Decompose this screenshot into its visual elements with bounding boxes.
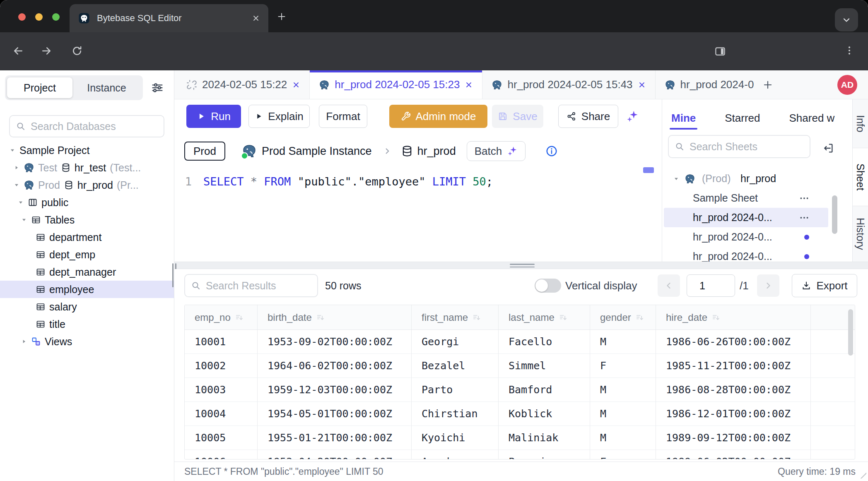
sidebar-tab-switcher: Project Instance	[5, 75, 143, 100]
postgresql-icon	[685, 173, 695, 184]
tree-item-table-title[interactable]: title	[0, 315, 174, 333]
sheet-tab-2-active[interactable]: hr_prod 2024-02-05 15:23	[310, 70, 482, 99]
sheet-item[interactable]: hr_prod 2024-0...	[662, 227, 852, 247]
close-tab-icon[interactable]	[252, 14, 260, 22]
sheet-tab-4[interactable]: hr_prod 2024-0	[656, 70, 754, 99]
tree-item-test-db[interactable]: Test hr_test (Test...	[0, 159, 174, 176]
back-icon[interactable]	[12, 45, 24, 57]
browser-menu-icon[interactable]	[844, 45, 855, 56]
sheet-tab-3[interactable]: hr_prod 2024-02-05 15:43	[482, 70, 655, 99]
tree-item-schema-public[interactable]: public	[0, 194, 174, 211]
cell: Anneke	[412, 450, 499, 459]
query-time: Query time: 19 ms	[778, 466, 856, 477]
tree-item-table-employee[interactable]: employee	[0, 281, 174, 298]
format-button[interactable]: Format	[319, 105, 367, 128]
resize-grip[interactable]	[856, 468, 866, 479]
sheet-item[interactable]: hr_prod 2024-0...	[662, 247, 852, 262]
save-button[interactable]: Save	[492, 105, 543, 128]
database-name[interactable]: hr_prod	[417, 145, 456, 158]
sheet-group-row[interactable]: (Prod) hr_prod	[662, 169, 852, 188]
tab-project[interactable]: Project	[7, 77, 72, 98]
maximize-window-button[interactable]	[52, 13, 60, 21]
sheet-item-selected[interactable]: hr_prod 2024-0...	[664, 208, 828, 227]
explain-button[interactable]: Explain	[248, 105, 310, 128]
row-count: 50 rows	[325, 269, 362, 302]
sheet-tab-label: 2024-02-05 15:22	[202, 78, 287, 91]
next-page-button[interactable]	[757, 274, 779, 297]
tree-label: Sample Project	[19, 144, 90, 156]
user-avatar[interactable]: AD	[837, 75, 857, 95]
minimize-window-button[interactable]	[35, 13, 43, 21]
column-header-emp_no[interactable]: emp_no	[185, 305, 258, 330]
tree-item-table-salary[interactable]: salary	[0, 298, 174, 315]
tree-item-prod-db[interactable]: Prod hr_prod (Pr...	[0, 176, 174, 194]
cell: 1955-01-21T00:00:00Z	[258, 426, 412, 450]
side-panel-icon[interactable]	[714, 45, 726, 58]
cell-empty	[811, 354, 855, 378]
collapse-panel-icon[interactable]	[822, 142, 834, 154]
table-icon	[36, 319, 46, 329]
sheet-search[interactable]	[668, 135, 810, 158]
search-icon	[675, 142, 685, 152]
results-search-input[interactable]	[205, 279, 311, 292]
tree-item-tables-group[interactable]: Tables	[0, 211, 174, 228]
tab-sheet[interactable]: Sheet	[853, 148, 868, 206]
column-header-hire_date[interactable]: hire_date	[656, 305, 811, 330]
tree-item-project[interactable]: Sample Project	[0, 142, 174, 159]
database-search[interactable]	[9, 115, 164, 137]
tab-info[interactable]: Info	[853, 99, 868, 148]
results-divider[interactable]	[174, 262, 868, 269]
info-icon[interactable]	[545, 145, 558, 157]
prev-page-button[interactable]	[658, 274, 680, 297]
tree-item-views-group[interactable]: Views	[0, 333, 174, 350]
wrench-icon	[401, 111, 411, 121]
tab-shared-with-me[interactable]: Shared w	[789, 112, 835, 125]
filter-settings-icon[interactable]	[151, 81, 164, 94]
column-header-gender[interactable]: gender	[590, 305, 656, 330]
column-header-birth_date[interactable]: birth_date	[258, 305, 412, 330]
new-tab-icon[interactable]	[277, 12, 287, 22]
vertical-display-label: Vertical display	[565, 269, 637, 302]
close-window-button[interactable]	[18, 13, 26, 21]
more-menu-icon[interactable]	[799, 193, 810, 204]
tree-item-table-dept_emp[interactable]: dept_emp	[0, 246, 174, 263]
column-header-last_name[interactable]: last_name	[499, 305, 590, 330]
tab-mine[interactable]: Mine	[671, 112, 696, 125]
tab-search-button[interactable]	[835, 8, 858, 31]
drag-handle[interactable]	[510, 264, 535, 267]
reload-icon[interactable]	[71, 45, 83, 57]
ai-sparkles-icon[interactable]	[626, 110, 639, 123]
sql-code-area[interactable]: 1 SELECT * FROM "public"."employee" LIMI…	[174, 170, 493, 193]
page-input[interactable]	[687, 274, 735, 297]
table-scrollbar[interactable]	[848, 309, 853, 356]
close-icon[interactable]	[638, 81, 646, 89]
more-menu-icon[interactable]	[799, 212, 810, 223]
tree-item-table-dept_manager[interactable]: dept_manager	[0, 263, 174, 281]
tree-label: employee	[49, 284, 94, 296]
database-search-input[interactable]	[30, 120, 158, 133]
column-header-first_name[interactable]: first_name	[412, 305, 499, 330]
forward-icon[interactable]	[41, 45, 52, 57]
vertical-display-toggle[interactable]	[535, 279, 561, 293]
results-search[interactable]	[184, 274, 318, 297]
new-sheet-icon[interactable]	[762, 79, 773, 90]
tab-history[interactable]: History	[853, 206, 868, 262]
share-button[interactable]: Share	[558, 105, 618, 128]
tab-starred[interactable]: Starred	[725, 112, 760, 125]
close-icon[interactable]	[465, 81, 473, 89]
close-icon[interactable]	[292, 81, 300, 89]
browser-tab[interactable]: Bytebase SQL Editor	[70, 4, 268, 32]
batch-button[interactable]: Batch	[467, 141, 526, 161]
sheets-scrollbar[interactable]	[832, 195, 837, 234]
tree-item-table-department[interactable]: department	[0, 228, 174, 246]
export-button[interactable]: Export	[792, 274, 857, 297]
admin-mode-button[interactable]: Admin mode	[389, 105, 487, 128]
sheet-item[interactable]: Sample S­heet	[662, 188, 852, 208]
sheet-tab-1[interactable]: 2024-02-05 15:22	[177, 70, 310, 99]
instance-name[interactable]: Prod Sample Instance	[262, 145, 372, 158]
table-icon	[31, 215, 41, 225]
tab-instance[interactable]: Instance	[72, 77, 141, 98]
run-button[interactable]: Run	[186, 105, 241, 128]
browser-chrome: Bytebase SQL Editor localhost:8080/sql-e…	[0, 0, 868, 70]
sheet-search-input[interactable]	[689, 140, 804, 153]
